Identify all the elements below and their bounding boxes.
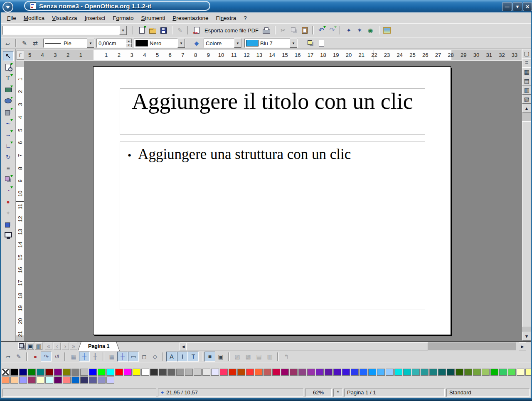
color-swatch[interactable] [508,369,516,376]
tab-pagina-1[interactable]: Pagina 1 [81,342,116,351]
window-menu-button[interactable] [2,2,13,12]
start-show-button[interactable]: ▧ [522,95,531,104]
color-swatch[interactable] [63,369,71,376]
color-swatch[interactable] [80,377,88,384]
vertical-scrollbar-thumb[interactable] [522,121,531,327]
color-swatch[interactable] [37,369,44,376]
menu-formato[interactable]: Formato [109,14,137,22]
status-style-cell[interactable]: Standard [446,389,530,397]
effects-tool[interactable]: ● [3,197,14,207]
export-pdf-label[interactable]: Esporta come file PDF [202,27,261,34]
notes-view-button[interactable]: ▤ [522,76,531,86]
print-icon[interactable] [261,25,272,35]
color-swatch[interactable] [403,369,411,376]
color-swatch-none[interactable] [2,369,10,376]
color-swatch[interactable] [429,369,437,376]
color-swatch[interactable] [167,369,175,376]
color-swatch[interactable] [19,369,27,376]
menu-visualizza[interactable]: Visualizza [48,14,81,22]
color-swatch[interactable] [464,369,472,376]
color-swatch[interactable] [115,369,123,376]
scroll-up-button[interactable]: ▲ [522,104,531,113]
color-swatch[interactable] [98,369,106,376]
color-swatch[interactable] [2,377,10,384]
color-swatch[interactable] [71,369,79,376]
color-swatch[interactable] [185,369,193,376]
snap-to-grid-button[interactable]: ▦ [106,352,117,362]
color-swatch[interactable] [54,377,62,384]
undo-icon[interactable]: ↶ [316,25,327,35]
spin-up-icon[interactable]: ▲ [126,39,132,43]
chevron-down-icon[interactable]: ▼ [234,39,241,48]
color-swatch[interactable] [473,369,481,376]
color-swatch[interactable] [176,369,184,376]
arrow-style-button[interactable]: ⇄ [30,38,41,48]
color-swatch[interactable] [255,369,263,376]
shade-button[interactable]: ▼ [512,2,522,11]
color-swatch[interactable] [438,369,446,376]
color-swatch[interactable] [133,369,140,376]
horizontal-ruler[interactable]: Γ543211234567891011121314151617181920212… [16,50,522,61]
vertical-ruler[interactable]: 123456789101112131415161718192021 [16,61,24,341]
rotate-tool[interactable]: ↻ [3,152,14,162]
color-swatch[interactable] [63,377,71,384]
color-swatch[interactable] [45,377,53,384]
color-swatch[interactable] [159,369,167,376]
color-swatch[interactable] [412,369,420,376]
color-swatch[interactable] [333,369,341,376]
color-swatch[interactable] [89,369,97,376]
color-swatch[interactable] [377,369,385,376]
helplines-moving-button[interactable]: ╂ [90,352,101,362]
horizontal-scrollbar-track[interactable] [428,342,516,350]
status-position-cell[interactable]: + 21,95 / 10,57 [158,389,303,397]
slides-view-button[interactable]: ▦ [522,67,531,76]
chevron-down-icon[interactable]: ▼ [290,39,297,48]
snap-to-snaplines-button[interactable]: ┼ [117,352,128,362]
rectangle-tool[interactable] [3,85,14,95]
color-swatch[interactable] [360,369,367,376]
color-swatch[interactable] [316,369,324,376]
ellipse-tool[interactable] [3,96,14,106]
menu-modifica[interactable]: Modifica [20,14,48,22]
presentation-tool[interactable] [3,230,14,240]
color-swatch[interactable] [80,369,88,376]
color-swatch[interactable] [37,377,44,384]
large-handles-button[interactable]: ▣ [215,352,226,362]
close-button[interactable]: ✕ [523,2,532,11]
menu-strumenti[interactable]: Strumenti [137,14,169,22]
color-swatch[interactable] [98,377,106,384]
save-document-icon[interactable] [158,25,169,35]
lines-arrows-tool[interactable]: → [3,130,14,139]
color-swatch[interactable] [342,369,350,376]
line-color-select[interactable]: Nero ▼ [134,39,185,48]
line-style-select[interactable]: Pie ▼ [43,39,95,48]
color-swatch[interactable] [106,369,114,376]
area-type-select[interactable]: Colore ▼ [204,39,242,48]
color-swatch[interactable] [89,377,97,384]
master-mode-button[interactable]: ▣ [27,342,34,350]
chevron-down-icon[interactable]: ▼ [177,39,185,48]
quick-edit-button[interactable]: A [166,352,177,362]
navigator-icon[interactable]: ✦ [343,25,354,35]
color-swatch[interactable] [141,369,149,376]
color-swatch[interactable] [351,369,359,376]
alignment-tool[interactable]: ≡ [3,163,14,173]
color-swatch[interactable] [456,369,463,376]
color-swatch[interactable] [194,369,202,376]
menu-help[interactable]: ? [240,14,251,22]
3d-controller-tool[interactable] [3,219,14,229]
color-swatch[interactable] [10,377,18,384]
color-swatch[interactable] [290,369,298,376]
area-fill-icon[interactable]: ◆ [191,38,202,48]
edit-points-mode-button[interactable]: ▱ [2,352,13,362]
color-swatch[interactable] [211,369,219,376]
page-mode-button[interactable] [18,342,26,350]
export-pdf-icon[interactable]: PDF [191,25,202,35]
edit-points-button[interactable]: ▱ [2,38,13,48]
horizontal-scrollbar-thumb[interactable] [186,342,428,350]
color-swatch[interactable] [421,369,429,376]
tab-type-selector[interactable]: Γ [17,51,24,60]
color-swatch[interactable] [220,369,228,376]
dblclick-edit-text-button[interactable]: T [188,352,199,362]
color-swatch[interactable] [264,369,271,376]
